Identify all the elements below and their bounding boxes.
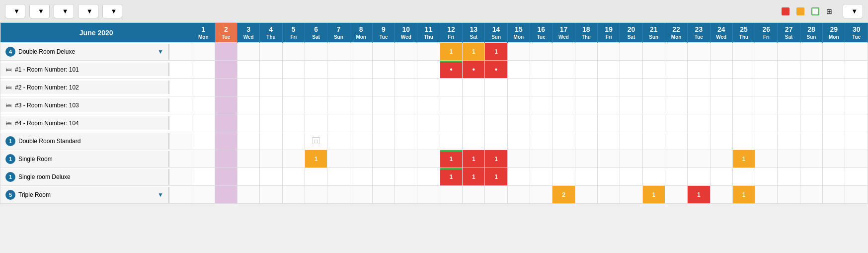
calendar-cell[interactable] <box>440 114 462 132</box>
calendar-cell[interactable] <box>755 43 778 61</box>
calendar-cell[interactable] <box>800 114 822 132</box>
date-selector[interactable]: ▼ <box>5 4 25 18</box>
expand-icon[interactable]: ▼ <box>158 191 163 198</box>
calendar-cell[interactable] <box>823 168 845 186</box>
calendar-cell[interactable] <box>350 150 372 168</box>
calendar-cell[interactable] <box>395 186 417 204</box>
calendar-cell[interactable] <box>732 114 755 132</box>
calendar-cell[interactable] <box>305 168 327 186</box>
calendar-cell[interactable] <box>800 96 822 114</box>
calendar-cell[interactable] <box>710 61 732 79</box>
calendar-cell[interactable] <box>507 43 530 61</box>
calendar-cell[interactable] <box>552 150 575 168</box>
calendar-cell[interactable] <box>192 150 215 168</box>
calendar-cell[interactable] <box>282 79 305 96</box>
calendar-cell[interactable] <box>463 132 485 150</box>
calendar-cell[interactable]: 1 <box>463 168 485 186</box>
calendar-cell[interactable] <box>350 132 372 150</box>
calendar-cell[interactable] <box>417 132 440 150</box>
calendar-cell[interactable] <box>260 132 282 150</box>
calendar-cell[interactable] <box>665 186 687 204</box>
calendar-cell[interactable] <box>845 132 868 150</box>
calendar-cell[interactable] <box>327 114 350 132</box>
calendar-cell[interactable] <box>507 61 530 79</box>
calendar-cell[interactable] <box>372 132 395 150</box>
calendar-cell[interactable] <box>755 132 778 150</box>
calendar-cell[interactable] <box>507 150 530 168</box>
calendar-cell[interactable] <box>778 150 800 168</box>
calendar-cell[interactable] <box>237 114 259 132</box>
calendar-cell[interactable] <box>552 114 575 132</box>
calendar-cell[interactable] <box>237 168 259 186</box>
calendar-cell[interactable] <box>463 186 485 204</box>
calendar-cell[interactable] <box>778 43 800 61</box>
calendar-cell[interactable] <box>552 168 575 186</box>
category-selector[interactable]: ▼ <box>54 4 74 18</box>
calendar-cell[interactable] <box>417 43 440 61</box>
calendar-cell[interactable] <box>620 168 642 186</box>
calendar-cell[interactable] <box>530 186 552 204</box>
calendar-cell[interactable] <box>732 168 755 186</box>
calendar-cell[interactable] <box>620 96 642 114</box>
calendar-cell[interactable]: 1 <box>732 150 755 168</box>
calendar-cell[interactable] <box>688 43 710 61</box>
calendar-cell[interactable] <box>688 132 710 150</box>
calendar-cell[interactable] <box>192 168 215 186</box>
calendar-cell[interactable] <box>260 79 282 96</box>
calendar-cell[interactable] <box>597 168 620 186</box>
calendar-cell[interactable] <box>778 114 800 132</box>
calendar-cell[interactable] <box>845 43 868 61</box>
calendar-cell[interactable]: 2 <box>552 186 575 204</box>
expand-icon[interactable]: ▼ <box>158 48 163 55</box>
calendar-cell[interactable] <box>282 168 305 186</box>
calendar-cell[interactable] <box>350 114 372 132</box>
calendar-cell[interactable] <box>327 96 350 114</box>
calendar-cell[interactable] <box>823 150 845 168</box>
calendar-cell[interactable]: 1 <box>485 168 507 186</box>
calendar-cell[interactable] <box>530 61 552 79</box>
calendar-cell[interactable] <box>665 132 687 150</box>
calendar-cell[interactable] <box>642 96 665 114</box>
calendar-cell[interactable] <box>665 96 687 114</box>
calendar-cell[interactable] <box>215 186 237 204</box>
calendar-cell[interactable] <box>575 186 597 204</box>
calendar-cell[interactable] <box>260 96 282 114</box>
calendar-cell[interactable] <box>260 43 282 61</box>
calendar-cell[interactable] <box>215 43 237 61</box>
calendar-cell[interactable] <box>597 96 620 114</box>
calendar-cell[interactable] <box>507 79 530 96</box>
calendar-cell[interactable] <box>350 96 372 114</box>
calendar-cell[interactable] <box>507 132 530 150</box>
calendar-cell[interactable] <box>732 132 755 150</box>
calendar-cell[interactable] <box>597 61 620 79</box>
calendar-cell[interactable] <box>800 43 822 61</box>
calendar-cell[interactable] <box>575 96 597 114</box>
calendar-cell[interactable] <box>575 61 597 79</box>
calendar-cell[interactable] <box>260 168 282 186</box>
calendar-cell[interactable] <box>710 96 732 114</box>
calendar-cell[interactable] <box>372 150 395 168</box>
calendar-cell[interactable] <box>597 150 620 168</box>
calendar-cell[interactable] <box>395 61 417 79</box>
calendar-cell[interactable] <box>642 79 665 96</box>
calendar-cell[interactable] <box>732 79 755 96</box>
calendar-cell[interactable] <box>800 168 822 186</box>
calendar-cell[interactable] <box>507 186 530 204</box>
calendar-cell[interactable] <box>192 79 215 96</box>
calendar-cell[interactable] <box>823 186 845 204</box>
calendar-cell[interactable] <box>755 186 778 204</box>
calendar-cell[interactable] <box>665 114 687 132</box>
calendar-cell[interactable] <box>395 114 417 132</box>
calendar-cell[interactable] <box>597 114 620 132</box>
calendar-cell[interactable]: 1 <box>485 150 507 168</box>
calendar-cell[interactable] <box>507 114 530 132</box>
calendar-cell[interactable] <box>665 43 687 61</box>
calendar-cell[interactable] <box>237 43 259 61</box>
calendar-cell[interactable] <box>463 96 485 114</box>
calendar-cell[interactable] <box>440 132 462 150</box>
calendar-cell[interactable] <box>665 61 687 79</box>
calendar-cell[interactable] <box>710 79 732 96</box>
calendar-cell[interactable] <box>530 114 552 132</box>
calendar-cell[interactable] <box>845 150 868 168</box>
calendar-cell[interactable] <box>642 150 665 168</box>
